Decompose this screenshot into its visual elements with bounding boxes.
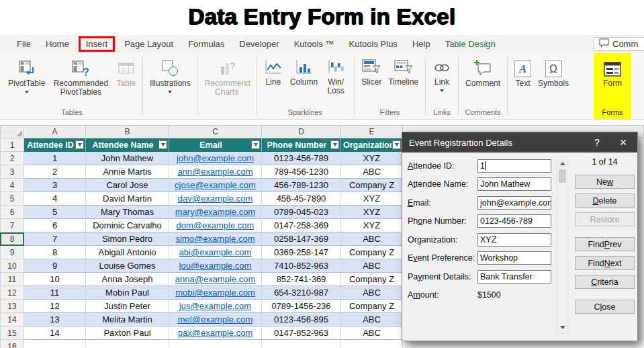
row-number[interactable]: 13 <box>0 300 24 313</box>
cell-email[interactable]: ann@example.com <box>169 165 262 179</box>
cell-email[interactable]: cjose@example.com <box>169 179 262 192</box>
cell-attendee-name[interactable]: Melita Martin <box>86 313 169 327</box>
field-input-phone-number[interactable]: 0123-456-789 <box>477 214 551 228</box>
filter-dropdown-icon[interactable] <box>75 140 84 149</box>
tab-table-design[interactable]: Table Design <box>438 36 503 52</box>
row-number[interactable]: 5 <box>0 192 24 206</box>
cell-attendee-id[interactable]: 5 <box>24 206 86 219</box>
criteria-button[interactable]: Criteria <box>575 275 635 289</box>
row-number[interactable]: 3 <box>0 165 24 179</box>
cell-phone-number[interactable]: 0123-456-895 <box>262 313 341 327</box>
cell-attendee-id[interactable]: 14 <box>24 327 86 340</box>
cell-phone-number[interactable]: 0258-147-369 <box>262 232 341 246</box>
email-link[interactable]: simo@example.com <box>176 234 255 244</box>
field-input-attendee-name[interactable]: John Mathew <box>477 177 551 191</box>
email-link[interactable]: ann@example.com <box>177 167 252 177</box>
filter-dropdown-icon[interactable] <box>392 140 401 149</box>
cell-attendee-name[interactable]: Mobin Paul <box>86 286 169 300</box>
cell-email[interactable]: mobi@example.com <box>169 286 262 300</box>
cell-email[interactable]: pax@example.com <box>169 327 262 340</box>
cell-attendee-id[interactable]: 6 <box>24 219 86 232</box>
cell-organization[interactable]: ABC <box>341 232 403 246</box>
tab-formulas[interactable]: Formulas <box>181 36 232 52</box>
dialog-help-button[interactable]: ? <box>585 137 609 148</box>
email-link[interactable]: mobi@example.com <box>175 288 255 298</box>
row-number[interactable]: 16 <box>0 340 24 348</box>
recommended-pivottables-button[interactable]: ? Recommended PivotTables <box>48 55 113 99</box>
cell-attendee-name[interactable]: Louise Gomes <box>86 259 169 273</box>
cell-phone-number[interactable]: 456-45-7890 <box>262 192 341 206</box>
cell-attendee-id[interactable]: 1 <box>24 152 86 165</box>
row-number[interactable]: 12 <box>0 286 24 300</box>
cell-organization[interactable]: ABC <box>341 313 403 327</box>
cell-attendee-name[interactable]: Dominic Carvalho <box>86 219 169 232</box>
cell-attendee-name[interactable]: Paxton Paul <box>86 327 169 340</box>
column-header-b[interactable]: B <box>86 125 169 138</box>
table-column-header-attendee-id[interactable]: Attendee ID <box>24 138 86 152</box>
email-link[interactable]: dom@example.com <box>177 220 255 230</box>
field-input-attendee-id[interactable]: 1 <box>477 159 551 173</box>
empty-cell[interactable] <box>262 340 341 348</box>
link-button[interactable]: Link <box>429 55 455 94</box>
record-scrollbar[interactable] <box>557 157 568 334</box>
column-sparkline-button[interactable]: Column <box>287 55 321 89</box>
cell-attendee-id[interactable]: 7 <box>24 232 86 246</box>
email-link[interactable]: pax@example.com <box>178 328 252 338</box>
scroll-thumb[interactable] <box>559 169 566 183</box>
cell-phone-number[interactable]: 0789-1456-236 <box>262 300 341 313</box>
cell-attendee-id[interactable]: 12 <box>24 300 86 313</box>
email-link[interactable]: lou@example.com <box>179 261 252 271</box>
filter-dropdown-icon[interactable] <box>158 140 167 149</box>
email-link[interactable]: jus@example.com <box>179 301 251 311</box>
cell-organization[interactable]: ABC <box>341 327 403 340</box>
tab-kutools[interactable]: Kutools ™ <box>287 36 342 52</box>
cell-email[interactable]: john@example.com <box>169 152 262 165</box>
line-sparkline-button[interactable]: Line <box>260 55 287 89</box>
cell-attendee-id[interactable]: 11 <box>24 286 86 300</box>
filter-dropdown-icon[interactable] <box>330 140 339 149</box>
table-column-header-attendee-name[interactable]: Attendee Name <box>86 138 169 152</box>
cell-email[interactable]: mel@example.com <box>169 313 262 327</box>
select-all-corner[interactable] <box>0 125 24 138</box>
cell-attendee-name[interactable]: Anna Joseph <box>86 273 169 286</box>
cell-organization[interactable]: ABC <box>341 259 403 273</box>
comment-button[interactable]: Comment <box>462 55 504 90</box>
cell-phone-number[interactable]: 0147-852-963 <box>262 327 341 340</box>
cell-organization[interactable]: XYZ <box>341 219 403 232</box>
filter-dropdown-icon[interactable] <box>251 140 260 149</box>
cell-attendee-name[interactable]: Mary Thomas <box>86 206 169 219</box>
column-header-a[interactable]: A <box>24 125 86 138</box>
table-column-header-organization[interactable]: Organization <box>341 138 403 152</box>
cell-attendee-name[interactable]: John Mathew <box>86 152 169 165</box>
table-column-header-email[interactable]: Email <box>169 138 262 152</box>
email-link[interactable]: abi@example.com <box>179 247 252 257</box>
column-header-c[interactable]: C <box>169 125 262 138</box>
tab-file[interactable]: File <box>9 36 38 52</box>
cell-email[interactable]: lou@example.com <box>169 259 262 273</box>
cell-organization[interactable]: ABC <box>341 286 403 300</box>
empty-cell[interactable] <box>24 340 86 348</box>
tab-kutools-plus[interactable]: Kutools Plus <box>342 36 405 52</box>
cell-organization[interactable]: Company Z <box>341 246 403 259</box>
cell-organization[interactable]: XYZ <box>341 152 403 165</box>
email-link[interactable]: cjose@example.com <box>175 180 256 190</box>
column-header-e[interactable]: E <box>341 125 403 138</box>
row-number[interactable]: 10 <box>0 259 24 273</box>
table-column-header-phone-number[interactable]: Phone Number <box>262 138 341 152</box>
cell-email[interactable]: simo@example.com <box>169 232 262 246</box>
cell-attendee-name[interactable]: Simon Pedro <box>86 232 169 246</box>
cell-phone-number[interactable]: 852-741-369 <box>262 273 341 286</box>
dialog-close-button[interactable]: × <box>609 132 637 153</box>
find-prev-button[interactable]: Find Prev <box>575 237 635 251</box>
cell-attendee-name[interactable]: Justin Peter <box>86 300 169 313</box>
cell-email[interactable]: dav@example.com <box>169 192 262 206</box>
tab-developer[interactable]: Developer <box>232 36 286 52</box>
scroll-up-icon[interactable] <box>557 159 567 168</box>
slicer-button[interactable]: Slicer <box>358 55 385 89</box>
email-link[interactable]: john@example.com <box>177 153 254 163</box>
column-header-d[interactable]: D <box>262 125 341 138</box>
tab-insert[interactable]: Insert <box>79 36 116 52</box>
email-link[interactable]: mel@example.com <box>178 314 252 324</box>
cell-organization[interactable]: XYZ <box>341 192 403 206</box>
row-number[interactable]: 7 <box>0 219 24 232</box>
